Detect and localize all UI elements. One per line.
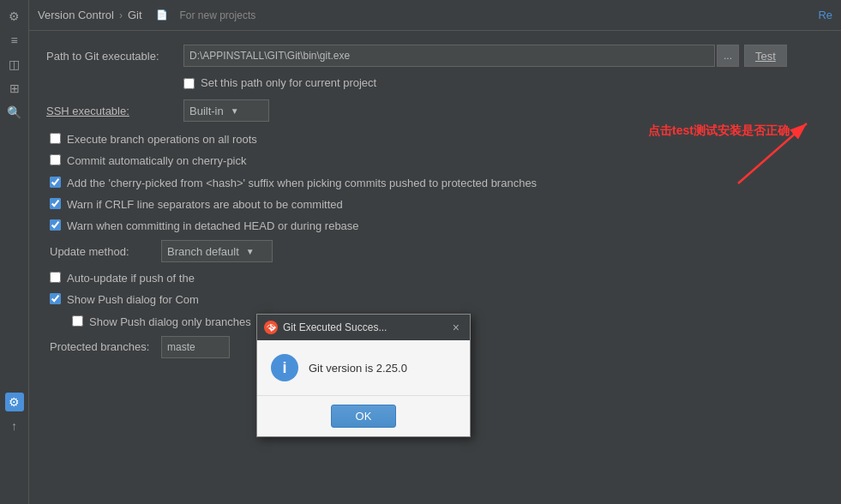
breadcrumb-separator: ›	[119, 9, 123, 21]
re-button[interactable]: Re	[818, 9, 832, 21]
for-new-projects-label: For new projects	[180, 9, 256, 21]
checkbox-show-push-only[interactable]	[72, 315, 83, 327]
checkbox-show-push-com[interactable]	[50, 293, 61, 304]
main-panel: Version Control › Git 📄 For new projects…	[29, 0, 841, 504]
git-success-modal: Git Executed Succes... × i Git version i…	[256, 314, 471, 437]
sidebar-icon-5[interactable]: 🔍	[5, 103, 24, 122]
checkbox-label-1: Execute branch operations on all roots	[67, 132, 257, 147]
checkbox-auto-update[interactable]	[50, 272, 61, 283]
breadcrumb-git: Git	[128, 9, 142, 21]
modal-close-button[interactable]: ×	[449, 320, 463, 335]
modal-titlebar: Git Executed Succes... ×	[257, 315, 470, 340]
update-method-row: Update method: Branch default ▼	[46, 240, 824, 262]
protected-branches-input[interactable]	[161, 336, 230, 358]
git-path-row: Path to Git executable: ... Test	[46, 45, 824, 67]
sidebar-icon-1[interactable]: ⚙	[5, 7, 24, 26]
git-icon	[264, 321, 278, 334]
auto-update-label: Auto-update if push of the	[67, 271, 195, 286]
info-icon: i	[271, 354, 298, 381]
checkbox-label-3: Add the 'cherry-picked from <hash>' suff…	[67, 176, 537, 191]
browse-button[interactable]: ...	[717, 45, 739, 67]
sidebar-icon-3[interactable]: ◫	[5, 55, 24, 74]
sidebar-icon-2[interactable]: ≡	[5, 31, 24, 50]
checkbox-row-1: Execute branch operations on all roots	[46, 132, 824, 147]
update-dropdown-arrow-icon: ▼	[246, 247, 255, 256]
set-path-checkbox[interactable]	[183, 78, 195, 89]
checkbox-row-4: Warn if CRLF line separators are about t…	[46, 197, 824, 213]
dropdown-arrow-icon: ▼	[231, 106, 239, 116]
sidebar-icon-7[interactable]: ↑	[5, 417, 24, 435]
checkbox-label-4: Warn if CRLF line separators are about t…	[67, 197, 343, 213]
checkbox-label-5: Warn when committing in detached HEAD or…	[67, 219, 359, 234]
update-method-dropdown[interactable]: Branch default ▼	[161, 240, 273, 262]
show-push-only-label: Show Push dialog only branches	[89, 315, 251, 330]
checkbox-1[interactable]	[50, 133, 61, 144]
modal-footer: OK	[257, 395, 470, 436]
test-button[interactable]: Test	[744, 45, 787, 67]
topbar: Version Control › Git 📄 For new projects…	[29, 0, 841, 31]
sidebar-icon-6[interactable]: ⚙	[5, 393, 24, 411]
modal-body: i Git version is 2.25.0	[257, 340, 470, 395]
update-method-label: Update method:	[50, 245, 161, 258]
checkbox-row-3: Add the 'cherry-picked from <hash>' suff…	[46, 176, 824, 191]
checkbox-2[interactable]	[50, 154, 61, 165]
settings-panel: Path to Git executable: ... Test Set thi…	[29, 31, 841, 504]
checkbox-4[interactable]	[50, 198, 61, 209]
checkbox-5[interactable]	[50, 219, 61, 231]
protected-branches-label: Protected branches:	[50, 340, 161, 353]
path-input[interactable]	[183, 45, 715, 67]
ssh-dropdown[interactable]: Built-in ▼	[183, 99, 269, 122]
modal-message: Git version is 2.25.0	[309, 362, 407, 375]
breadcrumb-version-control: Version Control	[38, 9, 114, 21]
path-label: Path to Git executable:	[46, 50, 183, 63]
ssh-row: SSH executable: Built-in ▼	[46, 99, 824, 122]
checkbox-3[interactable]	[50, 177, 61, 188]
ok-button[interactable]: OK	[331, 405, 397, 428]
sidebar-icon-4[interactable]: ⊞	[5, 79, 24, 98]
checkbox-row-2: Commit automatically on cherry-pick	[46, 153, 824, 169]
sidebar: ⚙ ≡ ◫ ⊞ 🔍 ⚙ ↑	[0, 0, 29, 504]
modal-title: Git Executed Succes...	[283, 321, 444, 333]
set-path-label: Set this path only for current project	[201, 75, 376, 91]
show-push-com-row: Show Push dialog for Com	[46, 292, 824, 308]
set-path-row: Set this path only for current project	[183, 75, 824, 91]
ssh-label: SSH executable:	[46, 105, 183, 117]
show-push-com-label: Show Push dialog for Com	[67, 292, 199, 308]
auto-update-row: Auto-update if push of the	[46, 271, 824, 286]
checkbox-label-2: Commit automatically on cherry-pick	[67, 153, 247, 169]
checkbox-row-5: Warn when committing in detached HEAD or…	[46, 219, 824, 234]
